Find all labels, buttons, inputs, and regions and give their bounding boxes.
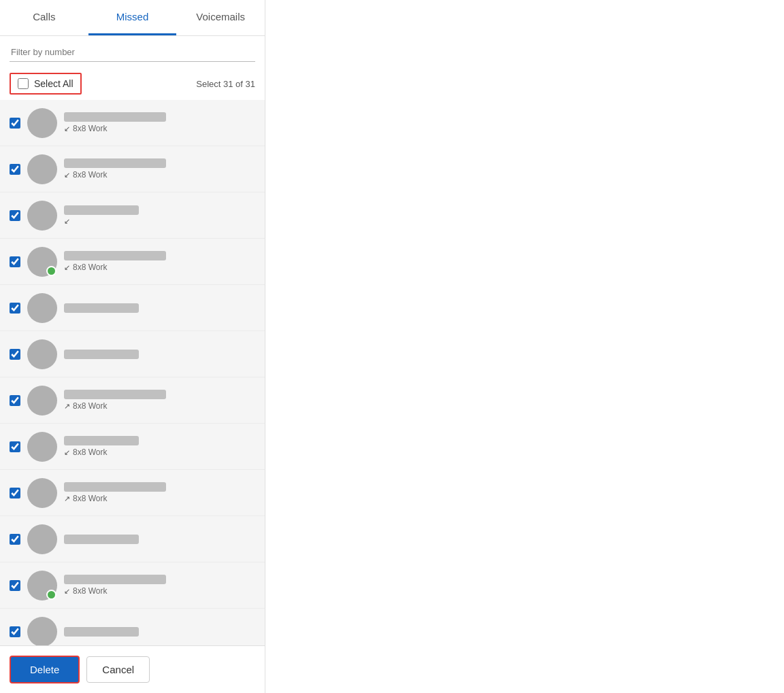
select-all-label[interactable]: Select All [34,78,74,89]
call-info [64,627,255,637]
call-name [64,436,139,445]
call-item: ↗ 8x8 Work [0,470,265,516]
avatar [27,386,57,416]
call-sub: ↙ 8x8 Work [64,586,255,596]
avatar [27,524,57,554]
call-name [64,205,139,215]
call-item: ↗ 8x8 Work [0,377,265,424]
call-source: 8x8 Work [73,170,107,180]
call-checkbox[interactable] [10,349,20,360]
call-sub: ↙ 8x8 Work [64,170,255,180]
select-count: Select 31 of 31 [196,79,255,89]
call-sub: ↗ 8x8 Work [64,401,255,411]
call-info [64,303,255,313]
call-info: ↗ 8x8 Work [64,390,255,411]
call-name [64,575,166,584]
call-direction-icon: ↙ [64,587,70,596]
call-checkbox[interactable] [10,164,20,175]
call-info: ↙ 8x8 Work [64,112,255,133]
tab-bar: Calls Missed Voicemails [0,0,265,36]
filter-area [0,36,265,66]
call-item: ↙ [0,192,265,239]
call-sub: ↙ 8x8 Work [64,124,255,133]
tab-missed[interactable]: Missed [88,0,177,35]
select-bar: Select All Select 31 of 31 [0,66,265,100]
avatar [27,154,57,184]
call-list: ↙ 8x8 Work ↙ 8x8 Work ↙ [0,100,265,645]
call-name [64,535,139,544]
call-name [64,627,139,637]
call-name [64,482,166,492]
call-checkbox[interactable] [10,534,20,545]
call-checkbox[interactable] [10,256,20,267]
call-item: ↙ 8x8 Work [0,146,265,192]
call-item [0,331,265,377]
call-source: 8x8 Work [73,124,107,133]
call-item: ↙ 8x8 Work [0,562,265,609]
call-info: ↗ 8x8 Work [64,482,255,503]
avatar [27,478,57,508]
call-source: 8x8 Work [73,494,107,503]
call-source: 8x8 Work [73,586,107,596]
call-item: ↙ 8x8 Work [0,239,265,285]
call-item [0,285,265,331]
call-checkbox[interactable] [10,580,20,591]
call-name [64,390,166,399]
select-all-checkbox[interactable] [18,78,29,89]
filter-input[interactable] [10,43,255,62]
call-direction-icon: ↗ [64,494,70,503]
call-info: ↙ [64,205,255,226]
call-info: ↙ 8x8 Work [64,251,255,272]
call-direction-icon: ↙ [64,263,70,272]
call-checkbox[interactable] [10,441,20,452]
avatar [27,339,57,369]
call-info: ↙ 8x8 Work [64,436,255,457]
call-source: 8x8 Work [73,263,107,272]
call-direction-icon: ↙ [64,124,70,133]
call-checkbox[interactable] [10,395,20,406]
call-item: ↙ 8x8 Work [0,424,265,470]
call-info: ↙ 8x8 Work [64,575,255,596]
call-sub: ↗ 8x8 Work [64,494,255,503]
bottom-bar: Delete Cancel [0,645,265,693]
call-item [0,516,265,562]
call-direction-icon: ↗ [64,402,70,411]
right-panel [265,0,784,693]
call-sub: ↙ [64,217,255,226]
avatar [27,432,57,462]
call-info: ↙ 8x8 Work [64,158,255,180]
avatar [27,571,57,601]
call-checkbox[interactable] [10,626,20,637]
call-name [64,251,166,260]
call-checkbox[interactable] [10,118,20,129]
call-panel: Calls Missed Voicemails Select All Selec… [0,0,265,693]
call-item: ↙ 8x8 Work [0,100,265,146]
delete-button[interactable]: Delete [10,656,80,683]
avatar [27,247,57,277]
call-source: 8x8 Work [73,447,107,457]
avatar [27,617,57,646]
call-info [64,350,255,359]
call-direction-icon: ↙ [64,217,70,226]
cancel-button[interactable]: Cancel [86,656,150,683]
tab-voicemails[interactable]: Voicemails [176,0,265,35]
call-direction-icon: ↙ [64,171,70,180]
call-direction-icon: ↙ [64,448,70,457]
call-item [0,609,265,645]
call-checkbox[interactable] [10,210,20,221]
call-checkbox[interactable] [10,303,20,314]
call-sub: ↙ 8x8 Work [64,447,255,457]
avatar [27,293,57,323]
avatar [27,108,57,138]
call-info [64,535,255,544]
call-name [64,350,139,359]
avatar [27,201,57,231]
call-name [64,112,166,122]
call-name [64,303,139,313]
call-sub: ↙ 8x8 Work [64,263,255,272]
tab-calls[interactable]: Calls [0,0,88,35]
select-all-wrap: Select All [10,73,82,95]
call-source: 8x8 Work [73,401,107,411]
call-name [64,158,166,168]
call-checkbox[interactable] [10,488,20,498]
